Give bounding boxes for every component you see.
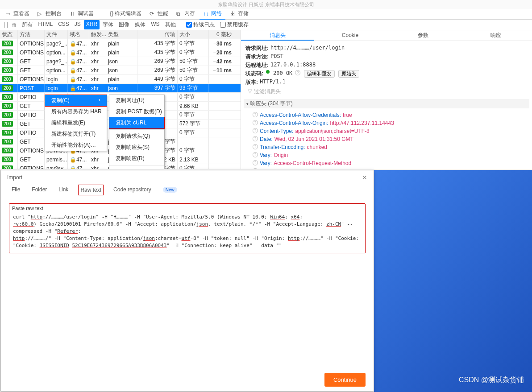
network-request-row[interactable]: 200GETpage?_...🔒 47...xhrjson269 字节50 字节… <box>0 57 241 66</box>
devtools-tab-style[interactable]: {} 样式编辑器 <box>98 9 145 20</box>
filter-所有[interactable]: 所有 <box>20 20 35 29</box>
help-icon[interactable]: ? <box>253 144 258 149</box>
persist-log-checkbox[interactable]: 持续日志 <box>186 21 215 29</box>
header-row: ?Vary: Origin <box>245 151 528 159</box>
network-request-row[interactable]: 200GEToption...🔒 47...xhrjson269 字节50 字节… <box>0 66 241 75</box>
remote-address-value: 127.0.0.1:8888 <box>270 62 316 69</box>
network-request-row[interactable]: 200OPTIONSlogin🔒 47...xhrplain449 字节0 字节 <box>0 75 241 84</box>
remote-address-label: 远程地址: <box>245 62 269 69</box>
import-tab[interactable]: New <box>161 185 179 195</box>
desktop-background <box>374 170 532 392</box>
col-transferred[interactable]: 传输 <box>137 30 178 39</box>
trash-icon[interactable]: 🗑 <box>12 22 17 28</box>
help-icon[interactable]: ? <box>253 160 258 165</box>
watermark-text: CSDN @测试杂货铺 <box>459 375 524 385</box>
ctx-item[interactable]: 复制为 cURL <box>109 117 164 128</box>
devtools-tab-console[interactable]: ▷控制台 <box>34 9 65 20</box>
col-size[interactable]: 大小 <box>178 30 209 39</box>
context-menu-main: 复制(C)›所有内容另存为 HAR编辑和重发(E)新建标签页打开(T)开始性能分… <box>45 95 107 151</box>
context-menu-copy: 复制网址(U)复制 POST 数据(D)复制为 cURL复制请求头(Q)复制响应… <box>109 95 165 169</box>
header-row: ?Date: Wed, 02 Jun 2021 01:31:50 GMT <box>245 135 528 143</box>
paste-label: Paste raw text <box>9 204 365 213</box>
network-filter-bar: || 🗑 所有HTMLCSSJSXHR字体图像媒体WS其他 持续日志 禁用缓存 <box>0 20 532 30</box>
col-domain[interactable]: 域名 <box>68 30 89 39</box>
ctx-item[interactable]: 全部复制为 HAR(O) <box>109 166 164 169</box>
window-title: 东脑华脑设计 日新版 东端李田技术有限公司 <box>0 0 532 9</box>
details-tab[interactable]: 参数 <box>387 30 459 41</box>
filter-CSS[interactable]: CSS <box>56 20 71 29</box>
help-icon[interactable]: ? <box>253 128 258 133</box>
edit-resend-button[interactable]: 编辑和重发 <box>304 70 335 78</box>
header-row: ?Access-Control-Allow-Origin: http://47.… <box>245 119 528 127</box>
ctx-item[interactable]: 复制 POST 数据(D) <box>109 106 164 117</box>
ctx-item[interactable]: 所有内容另存为 HAR <box>45 106 107 117</box>
devtools-tab-network[interactable]: ↑↓网络 <box>200 9 225 20</box>
import-tab[interactable]: Link <box>57 185 70 195</box>
raw-text-input[interactable]: curl "http://…………/user/login" -H "H…………"… <box>9 213 365 253</box>
help-icon[interactable]: ? <box>253 168 258 169</box>
continue-button[interactable]: Continue <box>324 373 366 387</box>
help-icon[interactable]: ? <box>295 70 300 75</box>
filter-headers-input[interactable]: ▽ 过滤消息头 <box>245 87 528 96</box>
import-tab[interactable]: Raw text <box>78 185 104 195</box>
devtools-tab-perf[interactable]: ⟳性能 <box>146 9 172 20</box>
request-details-panel: 消息头Cookie参数响应 请求网址:http://4…………/user/log… <box>241 30 532 169</box>
col-status[interactable]: 状态 <box>0 30 18 39</box>
disable-cache-checkbox[interactable]: 禁用缓存 <box>220 21 249 29</box>
perf-icon: ⟳ <box>150 11 156 17</box>
import-tab[interactable]: Folder <box>30 185 49 195</box>
version-label: 版本: <box>245 78 258 86</box>
ctx-item[interactable]: 复制响应头(S) <box>109 142 164 153</box>
filter-HTML[interactable]: HTML <box>36 20 55 29</box>
col-timing[interactable]: 0 毫秒 <box>209 30 233 39</box>
status-code-value: 200 OK <box>273 70 292 78</box>
devtools-toolbar: ▭查看器▷控制台⏸调试器{} 样式编辑器⟳性能⧉内存↑↓网络🗄存储 <box>0 9 532 20</box>
col-file[interactable]: 文件 <box>45 30 68 39</box>
request-url-label: 请求网址: <box>245 45 269 52</box>
col-method[interactable]: 方法 <box>18 30 45 39</box>
filter-JS[interactable]: JS <box>72 20 83 29</box>
filter-WS[interactable]: WS <box>149 20 162 29</box>
filter-XHR[interactable]: XHR <box>84 20 100 29</box>
dialog-close-button[interactable]: ✕ <box>362 174 367 181</box>
ctx-item[interactable]: 新建标签页打开(T) <box>45 128 107 140</box>
col-cause[interactable]: 触发... <box>89 30 106 39</box>
help-icon[interactable]: ? <box>253 152 258 157</box>
network-request-row[interactable]: 200OPTIONSpage?_...🔒 47...xhrplain435 字节… <box>0 39 241 48</box>
help-icon[interactable]: ? <box>253 136 258 141</box>
response-headers-section[interactable]: 响应头 (304 字节) <box>244 99 529 108</box>
import-tab[interactable]: File <box>10 185 22 195</box>
col-type[interactable]: 类型 <box>106 30 137 39</box>
header-row: ?Transfer-Encoding: chunked <box>245 143 528 151</box>
details-tab[interactable]: 响应 <box>459 30 532 41</box>
filter-字体[interactable]: 字体 <box>100 20 116 29</box>
filter-媒体[interactable]: 媒体 <box>133 20 148 29</box>
network-request-row[interactable]: 200OPTIONSoption...🔒 47...xhrplain435 字节… <box>0 48 241 57</box>
header-row: ?Access-Control-Allow-Credentials: true <box>245 111 528 119</box>
pause-icon[interactable]: || <box>3 22 9 28</box>
header-row: ?Vary: Access-Control-Request-Method <box>245 159 528 167</box>
raw-headers-button[interactable]: 原始头 <box>338 70 359 78</box>
ctx-item[interactable]: 复制(C)› <box>45 95 107 106</box>
ctx-item[interactable]: 开始性能分析(A)… <box>45 140 107 151</box>
ctx-item[interactable]: 编辑和重发(E) <box>45 117 107 128</box>
request-method-label: 请求方法: <box>245 53 269 61</box>
details-tab[interactable]: Cookie <box>314 30 387 41</box>
ctx-item[interactable]: 复制请求头(Q) <box>109 131 164 142</box>
network-request-row[interactable]: 200POSTlogin🔒 47...xhrjson397 字节93 字节 <box>0 84 241 93</box>
devtools-tab-storage[interactable]: 🗄存储 <box>226 9 252 20</box>
help-icon[interactable]: ? <box>253 112 258 117</box>
ctx-item[interactable]: 复制网址(U) <box>109 95 164 106</box>
devtools-tab-memory[interactable]: ⧉内存 <box>173 9 199 20</box>
dialog-title: Import <box>7 174 22 181</box>
console-icon: ▷ <box>37 11 44 17</box>
devtools-tab-debug[interactable]: ⏸调试器 <box>66 9 97 20</box>
import-tab[interactable]: Code repository <box>112 185 153 195</box>
devtools-tab-inspect[interactable]: ▭查看器 <box>2 9 33 20</box>
ctx-item[interactable]: 复制响应(R) <box>109 153 164 164</box>
filter-其他[interactable]: 其他 <box>163 20 178 29</box>
details-tab[interactable]: 消息头 <box>241 30 314 41</box>
help-icon[interactable]: ? <box>253 120 258 125</box>
network-icon: ↑↓ <box>203 11 209 17</box>
filter-图像[interactable]: 图像 <box>116 20 132 29</box>
